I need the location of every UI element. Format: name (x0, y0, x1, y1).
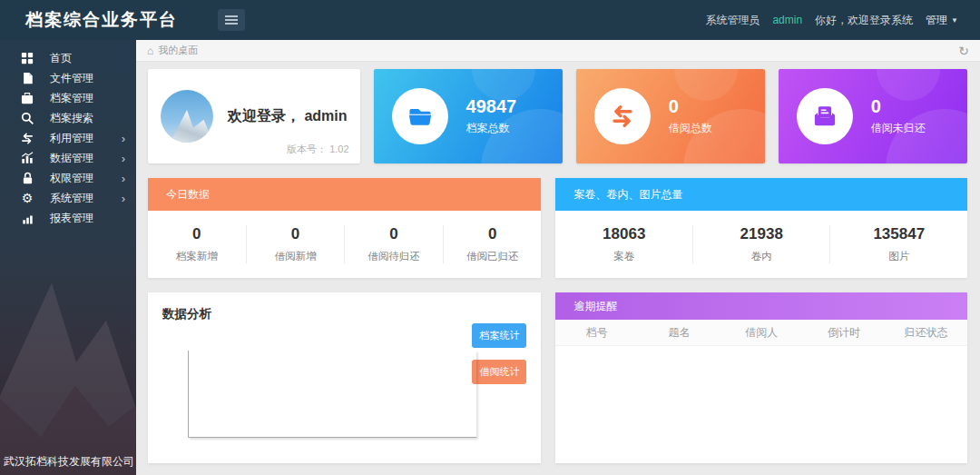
column-header: 归还状态 (885, 325, 967, 341)
stat-value: 0 (345, 225, 443, 243)
sidebar-item-home[interactable]: 首页 (0, 48, 136, 68)
sidebar-item-report-management[interactable]: 报表管理 (0, 208, 136, 228)
stat-cell: 18063 案卷 (555, 225, 693, 263)
stat-label: 借阅新增 (247, 250, 345, 263)
sidebar-toggle-button[interactable] (218, 9, 245, 31)
stat-value: 21938 (693, 225, 830, 243)
sidebar-item-permission-management[interactable]: 权限管理 › (0, 168, 136, 188)
stat-label: 图片 (830, 250, 967, 263)
gear-icon: ⚙ (20, 191, 34, 205)
stat-label: 档案新增 (148, 250, 246, 263)
welcome-card: 欢迎登录， admin 版本号： 1.02 (148, 69, 360, 163)
overdue-reminder-panel: 逾期提醒 档号 题名 借阅人 倒计时 归还状态 (555, 292, 967, 463)
chevron-right-icon: › (122, 133, 125, 144)
admin-dropdown[interactable]: 管理 ▼ (926, 13, 958, 28)
stat-card-archives-total: 49847 档案总数 (374, 69, 563, 163)
transfer-icon (20, 131, 34, 145)
sidebar-item-label: 档案搜索 (50, 111, 125, 126)
column-header: 倒计时 (803, 325, 886, 341)
stat-label: 卷内 (693, 250, 830, 263)
chart-buttons: 档案统计 借阅统计 (472, 323, 526, 384)
stat-card-borrow-total: 0 借阅总数 (576, 69, 765, 163)
overdue-reminder-header: 逾期提醒 (555, 292, 967, 320)
stat-cell: 135847 图片 (830, 225, 967, 263)
sidebar-item-file-management[interactable]: 文件管理 (0, 68, 136, 88)
avatar (161, 90, 213, 143)
stat-info: 0 借阅总数 (669, 96, 712, 136)
sidebar-item-label: 首页 (50, 51, 125, 66)
stat-card-borrow-unreturned: 0 借阅未归还 (779, 69, 967, 163)
sidebar-item-archive-search[interactable]: 档案搜索 (0, 108, 136, 128)
column-header: 档号 (555, 325, 638, 341)
stat-value: 0 (148, 225, 246, 243)
home-icon: ⌂ (147, 45, 153, 57)
sidebar-item-label: 数据管理 (50, 151, 122, 166)
topbar-user-area: 系统管理员 admin 你好，欢迎登录系统 管理 ▼ (705, 13, 958, 28)
bottom-panels-row: 数据分析 档案统计 借阅统计 逾期提醒 档号 题名 借阅人 倒计时 归还状态 (148, 292, 967, 463)
report-icon (20, 211, 34, 225)
main-content: ⌂ 我的桌面 ↻ 欢迎登录， admin 版本号： 1.02 49847 (136, 40, 980, 475)
caret-down-icon: ▼ (951, 16, 958, 25)
overdue-table-header: 档号 题名 借阅人 倒计时 归还状态 (555, 320, 967, 346)
lock-icon (20, 171, 34, 185)
sidebar-item-label: 利用管理 (50, 131, 122, 146)
file-icon (20, 71, 34, 85)
company-name: 武汉拓档科技发展有限公司 (4, 454, 136, 470)
stat-value: 0 (444, 225, 542, 243)
top-cards-row: 欢迎登录， admin 版本号： 1.02 49847 档案总数 (148, 69, 967, 163)
stat-value: 49847 (466, 96, 517, 117)
stat-value: 0 (871, 96, 926, 117)
borrow-statistics-button[interactable]: 借阅统计 (472, 360, 526, 384)
chevron-right-icon: › (122, 193, 125, 204)
swap-arrows-icon (594, 88, 651, 144)
totals-panel: 案卷、卷内、图片总量 18063 案卷 21938 卷内 135847 图片 (555, 178, 967, 278)
data-analysis-panel: 数据分析 档案统计 借阅统计 (148, 292, 541, 463)
stat-value: 0 (247, 225, 345, 243)
sidebar-item-data-management[interactable]: 数据管理 › (0, 148, 136, 168)
stat-label: 借阅待归还 (345, 250, 443, 263)
greeting-label: 你好，欢迎登录系统 (815, 13, 913, 28)
stat-label: 档案总数 (466, 121, 517, 136)
totals-header: 案卷、卷内、图片总量 (555, 178, 967, 211)
column-header: 题名 (638, 325, 720, 341)
sidebar-item-utilization-management[interactable]: 利用管理 › (0, 128, 136, 148)
chevron-right-icon: › (122, 173, 125, 184)
stat-value: 135847 (830, 225, 967, 243)
user-role-label: 系统管理员 (705, 13, 760, 28)
totals-stats-row: 18063 案卷 21938 卷内 135847 图片 (555, 211, 967, 278)
stat-cell: 0 档案新增 (148, 225, 247, 263)
sidebar-item-label: 报表管理 (50, 211, 125, 226)
data-analysis-title: 数据分析 (162, 306, 526, 322)
version-label: 版本号： 1.02 (287, 143, 348, 156)
sidebar-item-label: 权限管理 (50, 171, 122, 186)
stat-cell: 0 借阅新增 (247, 225, 346, 263)
stat-label: 借阅总数 (669, 121, 712, 136)
stat-label: 案卷 (555, 250, 692, 263)
stat-label: 借阅已归还 (444, 250, 542, 263)
app-title: 档案综合业务平台 (25, 8, 178, 32)
search-icon (20, 111, 34, 125)
refresh-button[interactable]: ↻ (958, 45, 969, 57)
stat-label: 借阅未归还 (871, 121, 926, 136)
stat-cell: 0 借阅待归还 (345, 225, 444, 263)
breadcrumb-label: 我的桌面 (158, 44, 198, 57)
overdue-table-body (555, 346, 967, 463)
stat-cell: 21938 卷内 (693, 225, 831, 263)
admin-dropdown-label: 管理 (926, 13, 947, 28)
sidebar-item-label: 档案管理 (50, 91, 125, 106)
username-label: admin (772, 14, 802, 26)
column-header: 借阅人 (720, 325, 803, 341)
chevron-right-icon: › (122, 153, 125, 164)
empty-chart-axes (188, 351, 476, 438)
top-bar: 档案综合业务平台 系统管理员 admin 你好，欢迎登录系统 管理 ▼ (0, 0, 980, 40)
app-root: 档案综合业务平台 系统管理员 admin 你好，欢迎登录系统 管理 ▼ 首页 (0, 0, 980, 475)
today-stats-row: 0 档案新增 0 借阅新增 0 借阅待归还 0 (148, 211, 541, 278)
sidebar-item-archive-management[interactable]: 档案管理 (0, 88, 136, 108)
archive-statistics-button[interactable]: 档案统计 (472, 323, 526, 348)
welcome-greeting: 欢迎登录， admin (228, 107, 348, 126)
stat-value: 18063 (555, 225, 692, 243)
inbox-doc-icon (797, 88, 853, 144)
sidebar-item-label: 系统管理 (50, 191, 122, 206)
sidebar-item-system-management[interactable]: ⚙ 系统管理 › (0, 188, 136, 208)
stat-info: 0 借阅未归还 (871, 96, 926, 136)
